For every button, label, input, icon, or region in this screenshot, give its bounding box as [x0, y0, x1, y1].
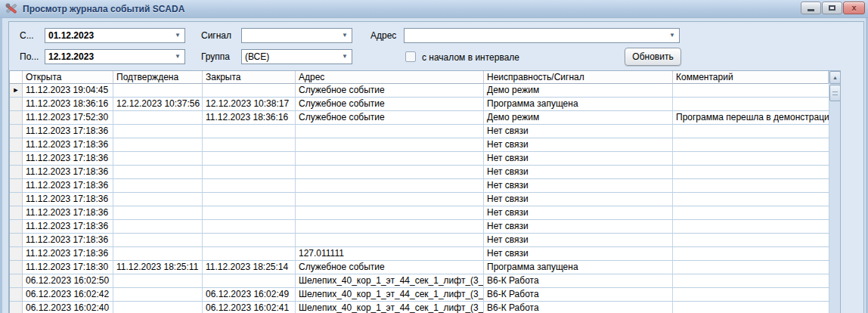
chevron-down-icon[interactable]: ▼	[665, 29, 679, 42]
table-cell[interactable]	[203, 84, 296, 98]
maximize-button[interactable]	[822, 2, 842, 14]
table-cell[interactable]	[673, 247, 829, 261]
table-cell[interactable]	[203, 206, 296, 220]
table-cell[interactable]	[673, 166, 829, 179]
table-row[interactable]: 11.12.2023 17:18:36Нет связи	[10, 138, 829, 152]
table-cell[interactable]: В6-К Работа	[484, 288, 673, 302]
table-row[interactable]: 06.12.2023 16:02:4206.12.2023 16:02:49Ше…	[10, 288, 829, 302]
table-cell[interactable]: 11.12.2023 17:52:30	[23, 111, 113, 125]
table-cell[interactable]	[203, 220, 296, 234]
column-header[interactable]: Закрыта	[203, 71, 296, 84]
table-cell[interactable]: Программа запущена	[484, 261, 673, 274]
table-cell[interactable]: 11.12.2023 17:18:30	[23, 261, 113, 274]
table-cell[interactable]	[296, 166, 484, 179]
group-combobox[interactable]: (ВСЕ) ▼	[241, 49, 352, 64]
address-combobox[interactable]: ▼	[404, 28, 680, 43]
table-cell[interactable]	[113, 193, 203, 206]
table-cell[interactable]: 06.12.2023 16:02:42	[23, 288, 113, 302]
table-cell[interactable]: Программа перешла в демонстрационн	[673, 111, 829, 125]
table-cell[interactable]: Демо режим	[484, 111, 673, 125]
table-cell[interactable]	[113, 288, 203, 302]
table-row[interactable]: 11.12.2023 17:18:36Нет связи	[10, 234, 829, 247]
table-row[interactable]: 11.12.2023 18:36:1612.12.2023 10:37:5612…	[10, 98, 829, 111]
chevron-down-icon[interactable]: ▼	[171, 29, 184, 42]
table-row[interactable]: 11.12.2023 17:18:36Нет связи	[10, 166, 829, 179]
table-cell[interactable]	[113, 138, 203, 152]
table-cell[interactable]	[296, 234, 484, 247]
scroll-up-button[interactable]: ▲	[829, 71, 841, 84]
table-cell[interactable]	[113, 206, 203, 220]
table-cell[interactable]	[673, 274, 829, 288]
table-cell[interactable]	[113, 302, 203, 313]
table-cell[interactable]	[673, 288, 829, 302]
table-cell[interactable]	[203, 166, 296, 179]
table-cell[interactable]: 11.12.2023 18:25:14	[203, 261, 296, 274]
close-button[interactable]: x	[843, 2, 865, 14]
table-cell[interactable]	[296, 220, 484, 234]
table-cell[interactable]: Нет связи	[484, 166, 673, 179]
table-cell[interactable]: 11.12.2023 19:04:45	[23, 84, 113, 98]
table-cell[interactable]: Шелепих_40_кор_1_эт_44_сек_1_лифт_(3_1-А…	[296, 302, 484, 313]
table-cell[interactable]: Служебное событие	[296, 98, 484, 111]
table-row[interactable]: 11.12.2023 17:18:36Нет связи	[10, 125, 829, 138]
date-from-combobox[interactable]: 01.12.2023 ▼	[45, 28, 185, 43]
table-cell[interactable]	[203, 138, 296, 152]
table-cell[interactable]: Служебное событие	[296, 261, 484, 274]
table-cell[interactable]: Нет связи	[484, 234, 673, 247]
table-cell[interactable]: 12.12.2023 10:38:17	[203, 98, 296, 111]
signal-combobox[interactable]: ▼	[241, 28, 352, 43]
table-row[interactable]: 11.12.2023 17:18:36127.011111Нет связи	[10, 247, 829, 261]
table-cell[interactable]: 11.12.2023 17:18:36	[23, 247, 113, 261]
table-cell[interactable]: Служебное событие	[296, 111, 484, 125]
table-cell[interactable]	[113, 111, 203, 125]
table-cell[interactable]	[113, 234, 203, 247]
table-row[interactable]: 06.12.2023 16:02:50Шелепих_40_кор_1_эт_4…	[10, 274, 829, 288]
table-cell[interactable]: 11.12.2023 17:18:36	[23, 166, 113, 179]
table-cell[interactable]	[296, 152, 484, 166]
table-cell[interactable]	[673, 220, 829, 234]
table-cell[interactable]: 06.12.2023 16:02:41	[203, 302, 296, 313]
table-cell[interactable]	[673, 193, 829, 206]
table-cell[interactable]: 06.12.2023 16:02:50	[23, 274, 113, 288]
table-cell[interactable]	[296, 138, 484, 152]
table-cell[interactable]: 11.12.2023 17:18:36	[23, 206, 113, 220]
table-cell[interactable]: Шелепих_40_кор_1_эт_44_сек_1_лифт_(3_1-А…	[296, 288, 484, 302]
table-cell[interactable]	[296, 193, 484, 206]
table-cell[interactable]: Нет связи	[484, 179, 673, 193]
table-row[interactable]: ►11.12.2023 19:04:45Служебное событиеДем…	[10, 84, 829, 98]
table-cell[interactable]	[673, 179, 829, 193]
table-row[interactable]: 11.12.2023 17:18:36Нет связи	[10, 193, 829, 206]
table-cell[interactable]: 12.12.2023 10:37:56	[113, 98, 203, 111]
table-cell[interactable]	[296, 206, 484, 220]
table-cell[interactable]	[203, 247, 296, 261]
table-cell[interactable]: 11.12.2023 17:18:36	[23, 125, 113, 138]
table-cell[interactable]: Нет связи	[484, 206, 673, 220]
column-header[interactable]: Адрес	[296, 71, 484, 84]
table-row[interactable]: 11.12.2023 17:18:36Нет связи	[10, 152, 829, 166]
table-cell[interactable]	[673, 261, 829, 274]
table-cell[interactable]	[113, 247, 203, 261]
table-cell[interactable]	[113, 125, 203, 138]
table-cell[interactable]	[673, 206, 829, 220]
chevron-down-icon[interactable]: ▼	[171, 50, 184, 64]
scrollbar-thumb[interactable]	[829, 85, 841, 101]
table-cell[interactable]	[296, 125, 484, 138]
table-cell[interactable]	[203, 274, 296, 288]
table-cell[interactable]	[203, 125, 296, 138]
table-cell[interactable]	[113, 152, 203, 166]
chevron-down-icon[interactable]: ▼	[338, 29, 352, 42]
chevron-down-icon[interactable]: ▼	[338, 50, 352, 64]
table-cell[interactable]: Нет связи	[484, 138, 673, 152]
table-cell[interactable]: 127.011111	[296, 247, 484, 261]
table-cell[interactable]: В6-К Работа	[484, 302, 673, 313]
vertical-scrollbar[interactable]: ▲	[829, 71, 840, 313]
table-cell[interactable]	[113, 220, 203, 234]
table-cell[interactable]: 11.12.2023 17:18:36	[23, 138, 113, 152]
table-cell[interactable]	[673, 125, 829, 138]
table-cell[interactable]: 11.12.2023 17:18:36	[23, 220, 113, 234]
table-cell[interactable]: 11.12.2023 18:25:11	[113, 261, 203, 274]
table-cell[interactable]	[203, 234, 296, 247]
table-cell[interactable]	[113, 274, 203, 288]
table-row[interactable]: 11.12.2023 17:52:3011.12.2023 18:36:16Сл…	[10, 111, 829, 125]
table-cell[interactable]	[113, 179, 203, 193]
